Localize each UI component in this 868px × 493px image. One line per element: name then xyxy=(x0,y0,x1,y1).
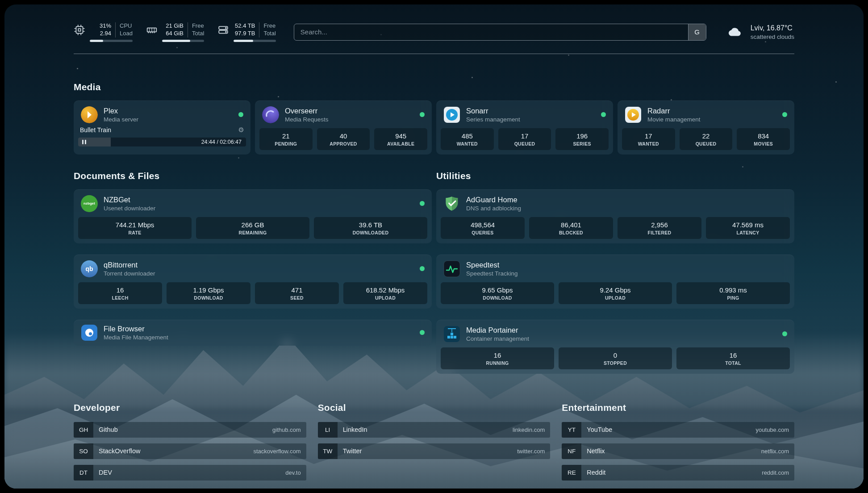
stat-downloaded: 39.6 TB DOWNLOADED xyxy=(314,217,427,239)
cpu-progress-bar xyxy=(90,40,133,42)
memory-progress-bar xyxy=(162,40,204,42)
topbar: 31% 2.94 CPU Load xyxy=(74,22,794,42)
service-card-speedtest[interactable]: Speedtest Speedtest Tracking 9.65 Gbps D… xyxy=(436,255,794,309)
service-titles: AdGuard Home DNS and adblocking xyxy=(466,195,521,212)
service-subtitle: Torrent downloader xyxy=(104,270,155,277)
divider xyxy=(259,22,259,38)
dashboard-screen: 31% 2.94 CPU Load xyxy=(4,4,864,489)
resource-memory: 21 GiB 64 GiB Free Total xyxy=(146,22,204,42)
stat-label: STOPPED xyxy=(559,360,671,366)
service-card-sonarr[interactable]: Sonarr Series management 485 WANTED 17 Q… xyxy=(436,100,613,155)
cpu-usage-value: 31% xyxy=(100,22,111,30)
plex-playback-time: 24:44 / 02:06:47 xyxy=(201,139,246,145)
bookmark-linkedin[interactable]: LI LinkedIn linkedin.com xyxy=(318,422,551,438)
stat-download: 1.19 Gbps DOWNLOAD xyxy=(167,282,250,304)
section-heading-utilities: Utilities xyxy=(436,171,794,181)
stat-value: 21 xyxy=(260,132,312,140)
stat-label: UPLOAD xyxy=(344,295,426,301)
search-provider-button[interactable]: G xyxy=(688,24,706,40)
bookmark-abbr: LI xyxy=(318,422,338,438)
status-dot xyxy=(782,331,787,336)
stat-label: WANTED xyxy=(442,141,493,146)
plex-playback-bar: 24:44 / 02:06:47 xyxy=(78,138,246,146)
stat-value: 485 xyxy=(442,132,493,140)
stat-row: 21 PENDING 40 APPROVED 945 AVAILABLE xyxy=(255,128,432,155)
service-titles: qBittorrent Torrent downloader xyxy=(104,260,155,277)
stat-blocked: 86,401 BLOCKED xyxy=(529,217,613,239)
status-dot xyxy=(420,112,425,117)
service-titles: NZBGet Usenet downloader xyxy=(104,195,155,212)
bookmark-group-developer: Developer GH Github github.com SO StackO… xyxy=(74,402,306,486)
bookmark-name: Netflix xyxy=(581,443,605,459)
stat-label: APPROVED xyxy=(318,141,369,146)
service-card-adguard[interactable]: AdGuard Home DNS and adblocking 498,564 … xyxy=(436,189,794,243)
stat-pending: 21 PENDING xyxy=(259,128,313,150)
bookmark-name: StackOverflow xyxy=(93,443,140,459)
memory-total-label: Total xyxy=(192,30,204,38)
service-titles: Overseerr Media Requests xyxy=(285,106,329,123)
weather-widget: Lviv, 16.87°C scattered clouds xyxy=(725,24,794,40)
bookmark-abbr: TW xyxy=(318,443,338,459)
bookmark-youtube[interactable]: YT YouTube youtube.com xyxy=(562,422,794,438)
service-subtitle: Speedtest Tracking xyxy=(466,270,518,277)
stat-upload: 9.24 Gbps UPLOAD xyxy=(559,282,672,304)
service-titles: File Browser Media File Management xyxy=(104,324,168,341)
service-card-qbittorrent[interactable]: qb qBittorrent Torrent downloader 16 xyxy=(74,255,432,309)
bookmark-name: Github xyxy=(93,422,118,438)
bookmark-twitter[interactable]: TW Twitter twitter.com xyxy=(318,443,551,459)
stat-ping: 0.993 ms PING xyxy=(676,282,790,304)
service-card-nzbget[interactable]: nzbget NZBGet Usenet downloader 744.21 M… xyxy=(74,189,432,243)
bookmark-github[interactable]: GH Github github.com xyxy=(74,422,306,438)
divider xyxy=(188,22,188,38)
bookmark-url: youtube.com xyxy=(756,422,794,438)
section-heading-documents: Documents & Files xyxy=(74,171,432,181)
stat-download: 9.65 Gbps DOWNLOAD xyxy=(441,282,554,304)
service-name: Radarr xyxy=(647,106,701,116)
cpu-stats: 31% 2.94 CPU Load xyxy=(90,22,133,42)
stat-movies: 834 MOVIES xyxy=(737,128,790,150)
service-card-plex[interactable]: Plex Media server Bullet Train ⚙ 24:44 /… xyxy=(74,100,250,155)
bookmark-stackoverflow[interactable]: SO StackOverflow stackoverflow.com xyxy=(74,443,306,459)
stat-label: RUNNING xyxy=(442,360,553,366)
service-name: File Browser xyxy=(104,324,168,334)
stat-label: DOWNLOADED xyxy=(315,230,426,235)
stat-row: 744.21 Mbps RATE 266 GB REMAINING 39.6 T… xyxy=(74,217,432,243)
bookmark-reddit[interactable]: RE Reddit reddit.com xyxy=(562,465,794,480)
status-dot xyxy=(420,266,425,271)
gear-icon[interactable]: ⚙ xyxy=(238,126,244,134)
section-utilities: Utilities xyxy=(436,171,794,374)
service-name: Plex xyxy=(104,106,138,116)
service-subtitle: Movie management xyxy=(647,116,701,123)
section-documents: Documents & Files nzbget NZBGet Usenet d… xyxy=(74,171,432,346)
disk-total-label: Total xyxy=(263,30,275,38)
status-dot xyxy=(238,112,243,117)
section-heading-entertainment: Entertainment xyxy=(562,402,794,413)
stat-label: MOVIES xyxy=(738,141,789,146)
bookmark-abbr: YT xyxy=(562,422,581,438)
bookmark-netflix[interactable]: NF Netflix netflix.com xyxy=(562,443,794,459)
bookmark-dev[interactable]: DT DEV dev.to xyxy=(74,465,306,480)
disk-progress-bar xyxy=(234,40,275,42)
stat-value: 945 xyxy=(375,132,426,140)
stat-label: SEED xyxy=(256,295,338,301)
search-input[interactable] xyxy=(294,24,688,40)
disk-icon xyxy=(217,24,229,36)
service-subtitle: Container management xyxy=(466,335,529,342)
service-card-filebrowser[interactable]: File Browser Media File Management xyxy=(74,320,432,346)
stat-series: 196 SERIES xyxy=(555,128,609,150)
service-card-portainer[interactable]: Media Portainer Container management 16 … xyxy=(436,320,794,374)
cpu-load-label: Load xyxy=(120,30,133,38)
weather-location: Lviv, 16.87°C xyxy=(751,24,794,32)
status-dot xyxy=(782,112,787,117)
status-dot xyxy=(420,201,425,206)
disk-total-value: 97.9 TB xyxy=(235,30,255,38)
cloud-icon xyxy=(725,25,745,40)
status-dot xyxy=(420,330,425,335)
service-card-overseerr[interactable]: Overseerr Media Requests 21 PENDING 40 A… xyxy=(255,100,432,155)
stat-value: 47.569 ms xyxy=(707,221,789,229)
stat-row: 16 LEECH 1.19 Gbps DOWNLOAD 471 SEED xyxy=(74,282,432,309)
stat-wanted: 17 WANTED xyxy=(622,128,675,150)
stat-latency: 47.569 ms LATENCY xyxy=(706,217,790,239)
service-card-radarr[interactable]: Radarr Movie management 17 WANTED 22 QUE… xyxy=(618,100,794,155)
stat-row: 16 RUNNING 0 STOPPED 16 TOTAL xyxy=(436,347,794,374)
